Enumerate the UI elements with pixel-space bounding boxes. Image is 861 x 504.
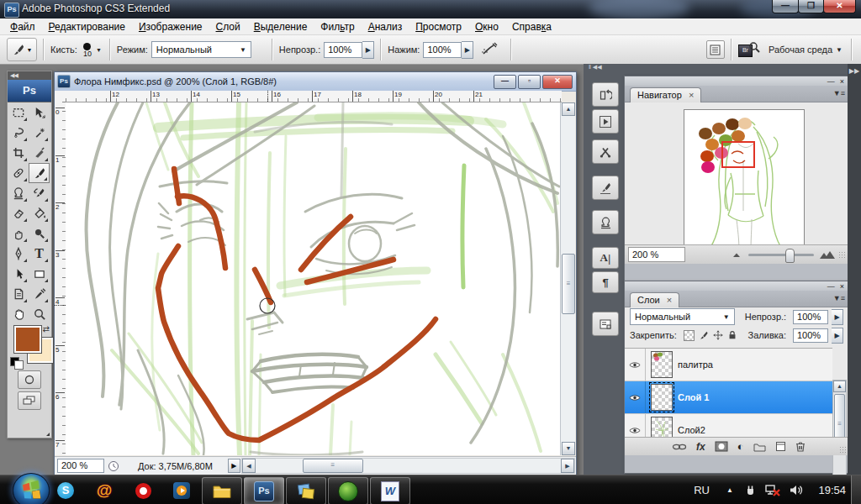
scroll-right-icon[interactable]: ▶ xyxy=(561,459,574,473)
panel-close-icon[interactable]: × xyxy=(840,282,844,291)
doc-restore-button[interactable]: ▫ xyxy=(518,75,541,89)
app-titlebar[interactable]: Ps Adobe Photoshop CS3 Extended — ❐ ✕ xyxy=(0,0,861,18)
navigator-thumbnail[interactable] xyxy=(684,109,805,259)
screen-mode-button[interactable] xyxy=(18,391,41,410)
layer-row-layer1[interactable]: Слой 1 xyxy=(625,381,832,414)
lock-paint-icon[interactable] xyxy=(699,330,709,340)
clone-stamp-tool[interactable] xyxy=(8,183,29,203)
smudge-tool[interactable] xyxy=(8,223,29,244)
panel-menu-icon[interactable]: ▼≡ xyxy=(833,294,845,302)
menu-layer[interactable]: Слой xyxy=(209,19,247,34)
move-tool[interactable] xyxy=(29,102,50,123)
taskbar-explorer-button[interactable] xyxy=(202,477,242,504)
brush-tool[interactable] xyxy=(29,163,50,183)
paragraph-panel-button[interactable]: ¶ xyxy=(592,271,619,293)
chevron-down-icon[interactable]: ▼ xyxy=(836,46,843,54)
panel-minimize-icon[interactable]: — xyxy=(827,282,835,291)
panel-resize-grip[interactable] xyxy=(839,446,847,454)
restore-button[interactable]: ❐ xyxy=(798,0,824,13)
workspace-label[interactable]: Рабочая среда xyxy=(769,45,832,55)
crop-tool[interactable] xyxy=(8,143,29,163)
type-tool[interactable]: T xyxy=(29,244,50,264)
status-menu-arrow-icon[interactable]: ▶ xyxy=(228,459,240,473)
delete-layer-icon[interactable] xyxy=(795,441,806,452)
visibility-toggle[interactable] xyxy=(625,381,646,413)
lock-all-icon[interactable] xyxy=(727,330,737,340)
layer-style-icon[interactable]: fx xyxy=(696,441,705,453)
flow-input[interactable]: 100% xyxy=(423,42,462,58)
navigator-zoom-slider[interactable] xyxy=(748,254,814,256)
flow-slider-button[interactable]: ▶ xyxy=(462,41,473,59)
marquee-tool[interactable] xyxy=(8,102,29,123)
power-tray-icon[interactable] xyxy=(744,475,757,504)
new-group-icon[interactable] xyxy=(753,442,766,452)
language-indicator[interactable]: RU xyxy=(694,475,710,504)
taskbar-photo-viewer-button[interactable] xyxy=(286,477,326,504)
panel-resize-grip[interactable] xyxy=(838,251,846,259)
path-selection-tool[interactable] xyxy=(8,264,29,284)
menu-help[interactable]: Справка xyxy=(505,19,558,34)
vertical-scrollbar[interactable]: ▲ ≡ ▼ xyxy=(560,102,575,455)
slider-knob[interactable] xyxy=(785,249,795,263)
layer-row-layer2[interactable]: Слой2 xyxy=(625,414,832,438)
horizontal-scrollbar[interactable]: ◀ ≡ ▶ xyxy=(241,458,575,474)
clock-icon[interactable] xyxy=(108,460,119,472)
opacity-slider-button[interactable]: ▶ xyxy=(362,41,374,59)
dodge-tool[interactable] xyxy=(29,223,50,244)
panel-menu-icon[interactable]: ▼≡ xyxy=(833,89,845,97)
history-brush-tool[interactable] xyxy=(29,183,50,203)
new-layer-icon[interactable] xyxy=(775,441,786,452)
scroll-left-icon[interactable]: ◀ xyxy=(242,459,256,473)
opacity-input[interactable]: 100% xyxy=(324,42,362,58)
menu-filter[interactable]: Фильтр xyxy=(314,19,361,34)
zoom-input[interactable]: 200 % xyxy=(57,459,104,473)
chevron-down-icon[interactable]: ▼ xyxy=(96,47,102,53)
actions-panel-button[interactable] xyxy=(592,109,619,134)
vertical-scroll-thumb[interactable]: ≡ xyxy=(562,254,575,314)
layer-row-palette[interactable]: палитра xyxy=(625,349,832,381)
go-to-bridge-button[interactable]: Br xyxy=(738,41,760,58)
expand-dock-icon[interactable]: ▶▶ xyxy=(848,64,861,75)
start-button[interactable] xyxy=(13,473,50,504)
tool-presets-panel-button[interactable] xyxy=(592,139,619,164)
scroll-down-icon[interactable]: ▼ xyxy=(562,442,575,455)
minimize-button[interactable]: — xyxy=(772,0,799,13)
tab-layers[interactable]: Слои × xyxy=(630,292,679,307)
hand-tool[interactable] xyxy=(8,304,29,324)
scroll-up-icon[interactable]: ▲ xyxy=(562,102,575,116)
brush-preset-picker[interactable]: 10 xyxy=(83,43,92,57)
eraser-tool[interactable] xyxy=(8,203,29,223)
taskbar-mail-icon[interactable]: @ xyxy=(94,480,114,501)
link-layers-icon[interactable] xyxy=(672,443,687,451)
navigator-zoom-input[interactable]: 200 % xyxy=(628,247,685,262)
adjustment-layer-icon[interactable]: ◐ xyxy=(737,440,744,453)
tab-navigator[interactable]: Навигатор × xyxy=(630,87,701,102)
slice-tool[interactable] xyxy=(29,143,50,163)
scroll-up-icon[interactable]: ▲ xyxy=(833,381,846,392)
rectangle-shape-tool[interactable] xyxy=(29,264,50,284)
add-mask-icon[interactable] xyxy=(715,441,728,452)
doc-minimize-button[interactable]: — xyxy=(494,75,516,89)
menu-select[interactable]: Выделение xyxy=(247,19,314,34)
dock-grip[interactable]: ‖ ◀◀ xyxy=(584,64,861,71)
menu-file[interactable]: Файл xyxy=(3,19,42,34)
taskbar-word-button[interactable]: W xyxy=(370,477,410,504)
tab-close-icon[interactable]: × xyxy=(689,90,694,100)
brushes-panel-button[interactable] xyxy=(592,176,619,200)
visibility-toggle[interactable] xyxy=(625,349,646,381)
healing-brush-tool[interactable] xyxy=(8,163,29,183)
zoom-tool[interactable] xyxy=(29,304,50,324)
clone-source-panel-button[interactable] xyxy=(592,210,619,234)
horizontal-scroll-thumb[interactable]: ≡ xyxy=(303,459,363,473)
history-panel-button[interactable] xyxy=(592,82,619,107)
doc-close-button[interactable]: ✕ xyxy=(542,75,573,89)
magic-wand-tool[interactable] xyxy=(29,123,50,143)
layer-thumbnail[interactable] xyxy=(651,417,673,438)
palette-well-button[interactable] xyxy=(706,40,725,59)
network-tray-icon[interactable] xyxy=(765,475,780,504)
document-window[interactable]: Ps Флора Нимфикс.psd @ 200% (Слой 1, RGB… xyxy=(54,71,577,476)
panel-close-icon[interactable]: × xyxy=(840,77,844,86)
tab-close-icon[interactable]: × xyxy=(667,295,672,305)
show-desktop-button[interactable] xyxy=(851,475,861,504)
visibility-toggle[interactable] xyxy=(625,414,646,438)
